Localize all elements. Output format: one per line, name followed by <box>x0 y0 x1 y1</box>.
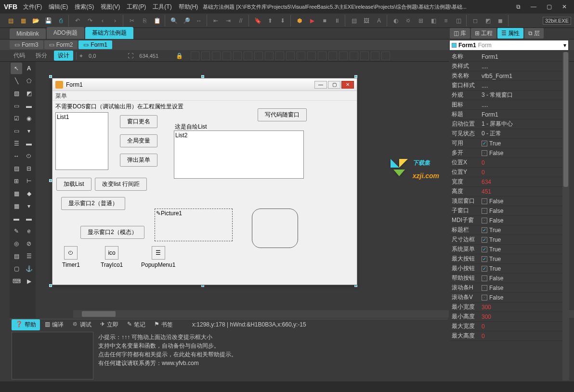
form-menubar[interactable]: 菜单 <box>52 91 357 101</box>
tool-timer[interactable]: ⏲ <box>23 150 35 162</box>
checkbox-unchecked-icon[interactable]: · <box>482 218 487 223</box>
align-center-icon[interactable] <box>201 52 210 60</box>
image-icon[interactable]: 🖼 <box>361 15 372 26</box>
btn-global-var[interactable]: 全局变量 <box>120 134 157 147</box>
tool-listview[interactable]: ▦ <box>11 188 22 199</box>
indent-left-icon[interactable]: ⇤ <box>210 15 222 26</box>
btn-popup-menu[interactable]: 弹出菜单 <box>120 154 157 167</box>
close-icon[interactable]: ✕ <box>559 3 570 10</box>
menu-project[interactable]: 工程(P) <box>127 3 146 11</box>
form-tab-1[interactable]: ▭Form2 <box>44 40 78 49</box>
trayicon-component[interactable]: icoTrayIco1 <box>101 246 123 268</box>
back-icon[interactable]: ‹ <box>97 15 108 26</box>
send-back-icon[interactable] <box>339 52 348 60</box>
property-value[interactable]: 300 <box>482 304 568 311</box>
tool5-icon[interactable]: ≡ <box>440 15 452 26</box>
new-file-icon[interactable]: ▤ <box>5 15 16 26</box>
undo-icon[interactable]: ↶ <box>72 15 83 26</box>
checkbox-checked-icon[interactable]: ✓ <box>482 227 487 233</box>
designed-form[interactable]: Form1 — ▢ ✕ 菜单 不需要DOS窗口（调试输出用）在工程属性里设置 L… <box>52 78 357 285</box>
stop-icon[interactable]: ■ <box>319 15 330 26</box>
property-value[interactable]: ·False <box>482 217 568 224</box>
bottom-tab-compile[interactable]: ▥编译 <box>41 319 67 330</box>
property-row[interactable]: 图标.... <box>450 100 568 110</box>
panel-tab-project[interactable]: ⊞工程 <box>471 28 496 39</box>
vspace-icon[interactable] <box>297 52 305 60</box>
grid-icon[interactable] <box>371 52 379 60</box>
property-row[interactable]: 最小高度300 <box>450 312 568 322</box>
doc-tab-0[interactable]: Miniblink <box>10 28 46 39</box>
tool-popup[interactable]: ▢ <box>11 263 22 274</box>
property-value[interactable]: Form1 <box>482 111 568 118</box>
tool-panel[interactable]: ▬ <box>23 100 35 112</box>
tool1-icon[interactable]: ◐ <box>390 15 402 26</box>
menu-view[interactable]: 视图(V) <box>101 3 120 11</box>
tool-toolbar[interactable]: ▬ <box>11 213 22 224</box>
bring-front-icon[interactable] <box>328 52 337 60</box>
list1[interactable]: List1 <box>55 112 108 170</box>
property-row[interactable]: MDI子窗·False <box>450 216 568 225</box>
tool-tray[interactable]: ⚓ <box>23 263 35 274</box>
info-label[interactable]: 不需要DOS窗口（调试输出用）在工程属性里设置 <box>55 103 183 111</box>
property-value[interactable]: 3 - 常规窗口 <box>482 91 568 99</box>
minimize-icon[interactable]: — <box>528 3 539 10</box>
checkbox-checked-icon[interactable]: ✓ <box>482 247 487 252</box>
find-next-icon[interactable]: 🔎 <box>181 15 192 26</box>
menu-edit[interactable]: 编辑(E) <box>49 3 68 11</box>
tool-progress[interactable]: ▤ <box>11 163 22 174</box>
doc-tab-1[interactable]: ADO例题 <box>47 27 84 39</box>
run-icon[interactable]: ▶ <box>306 15 318 26</box>
same-width-icon[interactable] <box>254 52 263 60</box>
property-row[interactable]: 最小宽度300 <box>450 302 568 312</box>
copy-icon[interactable]: ⎘ <box>139 15 150 26</box>
tool4-icon[interactable]: ◧ <box>428 15 439 26</box>
property-row[interactable]: 高度451 <box>450 187 568 196</box>
property-row[interactable]: 启动位置1 - 屏幕中心 <box>450 119 568 129</box>
btn-show-win2-modal[interactable]: 显示窗口2（模态） <box>80 226 144 239</box>
property-scrollbar[interactable] <box>562 52 569 380</box>
save-icon[interactable]: 💾 <box>42 15 54 26</box>
theme3-icon[interactable]: ◼ <box>495 15 506 26</box>
tool-line[interactable]: ╲ <box>11 75 22 87</box>
run-target-combo[interactable]: 32bit.EXE <box>543 17 571 25</box>
string-icon[interactable]: A <box>373 15 385 26</box>
align-left-icon[interactable] <box>191 52 199 60</box>
tool-statusbar[interactable]: ▬ <box>23 213 35 224</box>
indent-right-icon[interactable]: ⇥ <box>222 15 234 26</box>
property-value[interactable]: 0 <box>482 159 568 166</box>
property-value[interactable]: ✓True <box>482 256 568 262</box>
property-value[interactable]: ✓True <box>482 227 568 234</box>
paste-icon[interactable]: 📋 <box>151 15 163 26</box>
property-row[interactable]: 标题Form1 <box>450 110 568 119</box>
align-middle-icon[interactable] <box>233 52 242 60</box>
tool-tab[interactable]: ⊞ <box>11 175 22 187</box>
panel-tab-prop[interactable]: ☰属性 <box>497 28 523 39</box>
ungroup-icon[interactable] <box>360 52 369 60</box>
property-value[interactable]: ✓True <box>482 265 568 272</box>
tool-hotkey[interactable]: ⌨ <box>11 275 22 287</box>
tool-anim[interactable]: ▶ <box>23 275 35 287</box>
tool2-icon[interactable]: ⛭ <box>403 15 414 26</box>
tool-checkbox[interactable]: ☑ <box>11 113 22 124</box>
property-value[interactable]: Form1 <box>482 53 568 60</box>
property-object-selector[interactable]: Form1 Form ▾ <box>450 40 568 50</box>
checkbox-unchecked-icon[interactable]: · <box>482 150 487 156</box>
resource-icon[interactable]: ▤ <box>348 15 360 26</box>
form-tab-0[interactable]: ▭Form3 <box>10 40 43 49</box>
property-value[interactable]: ✓True <box>482 236 568 243</box>
form-close-icon[interactable]: ✕ <box>341 81 354 89</box>
property-row[interactable]: 类名称vfb5_Form1 <box>450 71 568 81</box>
menu-search[interactable]: 搜索(S) <box>75 3 94 11</box>
tool-label[interactable]: A <box>23 63 35 74</box>
checkbox-unchecked-icon[interactable]: · <box>482 208 487 214</box>
property-value[interactable]: ✓True <box>482 246 568 253</box>
btn-show-win2-normal[interactable]: 显示窗口2（普通） <box>61 197 125 210</box>
property-row[interactable]: 最大宽度0 <box>450 322 568 331</box>
center-v-icon[interactable] <box>318 52 326 60</box>
form-minimize-icon[interactable]: — <box>314 81 327 89</box>
group-icon[interactable] <box>350 52 358 60</box>
checkbox-checked-icon[interactable]: ✓ <box>482 237 487 243</box>
btn-write-code[interactable]: 写代码随窗口 <box>258 108 307 121</box>
property-row[interactable]: 多开·False <box>450 148 568 158</box>
align-top-icon[interactable] <box>222 52 231 60</box>
